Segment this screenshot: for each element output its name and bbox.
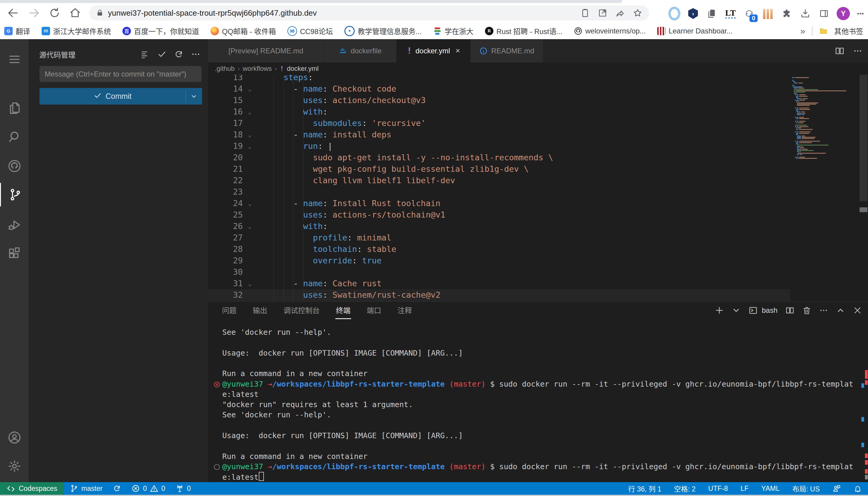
open-in-window-icon[interactable]: [598, 8, 608, 18]
bookmark-item[interactable]: 学在浙大: [433, 26, 474, 36]
bookmark-item[interactable]: Learner Dashboar...: [657, 27, 733, 35]
bookmark-item[interactable]: QQ邮箱 - 收件箱: [210, 26, 276, 36]
warnings-count: 0: [161, 484, 165, 493]
source-control-icon[interactable]: [0, 183, 30, 206]
back-button[interactable]: [6, 6, 19, 19]
downloads-icon[interactable]: [799, 7, 811, 19]
bookmark-item[interactable]: RRust 招聘 - Rust语...: [485, 26, 563, 36]
extension-bars-icon[interactable]: [762, 7, 774, 19]
breadcrumb-file[interactable]: docker.yml: [287, 65, 318, 73]
menu-hamburger-icon[interactable]: [0, 48, 29, 71]
horizontal-scrollbar[interactable]: [208, 289, 790, 301]
settings-gear-icon[interactable]: [0, 454, 29, 478]
github-icon[interactable]: [0, 154, 29, 178]
extension-shield-icon[interactable]: ›: [687, 7, 699, 19]
line-number: 15: [208, 95, 243, 106]
run-debug-icon[interactable]: [0, 213, 29, 236]
commit-check-icon[interactable]: [157, 49, 167, 59]
bookmark-star-icon[interactable]: [633, 8, 642, 18]
home-button[interactable]: [69, 6, 81, 19]
terminal[interactable]: See 'docker run --help'.Usage: docker ru…: [222, 301, 868, 482]
search-icon[interactable]: [0, 125, 29, 149]
languagetool-icon[interactable]: LT: [724, 7, 736, 19]
refresh-icon[interactable]: [174, 49, 184, 59]
commit-message-input[interactable]: [40, 66, 201, 82]
account-icon[interactable]: [0, 426, 29, 449]
feedback-icon[interactable]: [833, 484, 841, 493]
fold-chevron-icon[interactable]: ⌄: [248, 83, 252, 95]
bookmarks-overflow-chevron[interactable]: »: [800, 26, 805, 36]
extension-pages-icon[interactable]: [706, 7, 718, 19]
fold-chevron-icon[interactable]: ⌄: [248, 198, 252, 209]
other-bookmarks-button[interactable]: 其他书签: [834, 26, 863, 36]
reload-button[interactable]: [48, 6, 61, 19]
commit-button[interactable]: Commit: [40, 88, 202, 105]
extensions-puzzle-icon[interactable]: [780, 7, 793, 19]
browser-menu-icon[interactable]: ⋮: [856, 10, 864, 17]
bookmark-item[interactable]: ✦教学管理信息服务...: [344, 26, 422, 36]
status-item[interactable]: 布局: US: [792, 483, 820, 494]
explorer-icon[interactable]: [0, 96, 29, 120]
tab-label: docker.yml: [415, 47, 450, 55]
yaml-warning-icon: !: [280, 65, 284, 72]
code-line: 25 uses: actions-rs/toolchain@v1: [208, 209, 790, 221]
minimap[interactable]: [790, 75, 859, 301]
code-editor[interactable]: 13 steps:14⌄ - name: Checkout code15 use…: [208, 75, 790, 301]
commit-button-label: Commit: [106, 92, 132, 100]
share-icon[interactable]: [615, 8, 625, 18]
more-actions-icon[interactable]: [191, 49, 200, 59]
sidebar-title: 源代码管理: [39, 49, 140, 60]
clipboard-icon[interactable]: [580, 8, 590, 18]
sync-badge: 0: [749, 14, 758, 22]
minimap-row: [796, 122, 804, 123]
line-number: 30: [208, 266, 243, 278]
remote-indicator[interactable]: Codespaces: [0, 482, 64, 495]
profile-avatar[interactable]: Y: [837, 7, 850, 20]
minimap-row: [793, 87, 802, 88]
close-tab-icon[interactable]: ×: [455, 46, 460, 56]
editor-more-icon[interactable]: [853, 46, 863, 56]
tab-docker-yml[interactable]: !docker.yml×: [396, 39, 470, 62]
split-editor-icon[interactable]: [835, 46, 844, 56]
fold-chevron-icon[interactable]: ⌄: [248, 106, 252, 118]
fold-chevron-icon[interactable]: ⌄: [248, 129, 252, 140]
sync-indicator[interactable]: [113, 484, 121, 493]
breadcrumb-item[interactable]: .github: [215, 65, 235, 73]
bookmark-label: 学在浙大: [445, 26, 474, 36]
bookmark-item[interactable]: 百百度一下，你就知道: [122, 26, 199, 36]
status-item[interactable]: YAML: [761, 483, 780, 494]
notifications-bell-icon[interactable]: [854, 484, 862, 493]
status-item[interactable]: UTF-8: [708, 483, 728, 494]
sync-extension-icon[interactable]: 0: [743, 7, 755, 19]
commit-dropdown-chevron[interactable]: [186, 93, 202, 100]
url-text[interactable]: yunwei37-potential-space-trout-rpr5qwj66…: [108, 9, 580, 18]
tab-dockerfile[interactable]: dockerfile: [324, 39, 396, 62]
branch-indicator[interactable]: master: [70, 484, 103, 493]
fold-chevron-icon[interactable]: ⌄: [248, 221, 252, 232]
warnings-icon: [150, 484, 158, 493]
address-bar[interactable]: yunwei37-potential-space-trout-rpr5qwj66…: [89, 5, 649, 20]
bookmark-item[interactable]: G翻译: [4, 26, 30, 36]
breadcrumb[interactable]: .github›workflows›!docker.yml: [208, 62, 868, 75]
status-item[interactable]: 行 36, 列 1: [628, 483, 661, 494]
extension-ring-icon[interactable]: [668, 7, 680, 19]
status-item[interactable]: LF: [740, 483, 749, 494]
fold-chevron-icon[interactable]: ⌄: [248, 278, 252, 289]
tab-readme-md[interactable]: README.md: [470, 39, 543, 62]
ports-indicator[interactable]: 0: [176, 484, 191, 493]
code-line: 22 clang llvm libelf1 libelf-dev: [208, 175, 790, 186]
fold-chevron-icon[interactable]: ⌄: [248, 140, 252, 152]
side-panel-icon[interactable]: [818, 7, 830, 19]
problems-indicator[interactable]: 0 0: [132, 484, 165, 493]
code-line: 18⌄ - name: install deps: [208, 129, 790, 140]
forward-button[interactable]: [28, 6, 41, 19]
view-as-list-icon[interactable]: [140, 49, 150, 59]
breadcrumb-item[interactable]: workflows: [243, 65, 272, 73]
bookmark-item[interactable]: ✉浙江大学邮件系统: [42, 26, 111, 36]
status-item[interactable]: 空格: 2: [674, 483, 696, 494]
tab--preview-readme-md[interactable]: [Preview] README.md: [208, 39, 324, 62]
extensions-icon[interactable]: [0, 242, 29, 265]
bookmark-item[interactable]: weloveinterns/op...: [574, 27, 646, 35]
vertical-scrollbar[interactable]: [859, 75, 868, 301]
bookmark-item[interactable]: 98CC98论坛: [287, 26, 333, 36]
